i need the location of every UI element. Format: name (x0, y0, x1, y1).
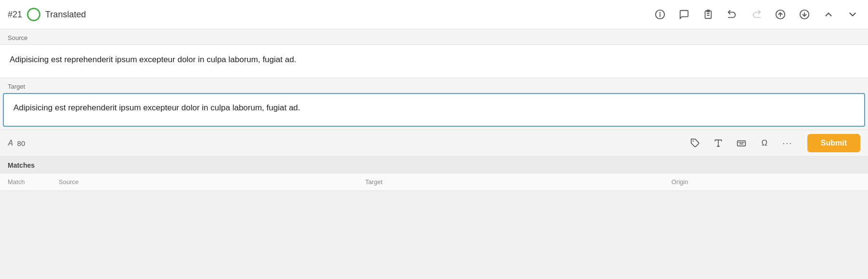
download-icon-button[interactable] (797, 7, 812, 22)
source-text: Adipisicing est reprehenderit ipsum exce… (0, 44, 868, 78)
col-header-origin: Origin (664, 173, 868, 191)
spell-word-6: dolor (181, 103, 200, 112)
special-chars-button[interactable]: Ω (756, 135, 773, 151)
status-indicator (27, 8, 40, 21)
header-left: #21 Translated (8, 8, 652, 21)
header-bar: #21 Translated (0, 0, 868, 29)
spell-word-5: excepteur (143, 103, 179, 112)
editor-toolbar: A 80 (0, 130, 868, 156)
source-label: Source (0, 29, 868, 44)
next-unit-button[interactable] (845, 7, 860, 22)
matches-section: Matches Match Source Target Origin (0, 156, 868, 191)
toolbar-right: Ω ··· Submit (687, 134, 860, 152)
tag-icon-button[interactable] (687, 135, 703, 151)
spell-word-7: culpa (210, 103, 230, 112)
redo-button[interactable] (749, 7, 764, 22)
font-icon-button[interactable] (710, 135, 726, 151)
matches-header: Matches (0, 157, 868, 173)
prev-unit-button[interactable] (821, 7, 836, 22)
char-count-icon: A (8, 139, 13, 147)
spell-word-2: est (55, 103, 66, 112)
status-label: Translated (45, 10, 86, 20)
header-actions (652, 7, 860, 22)
spell-word-8: laborum, (233, 103, 264, 112)
spell-word-9: fugiat (267, 103, 287, 112)
submit-button[interactable]: Submit (807, 134, 860, 152)
spell-word-4: ipsum (119, 103, 141, 112)
spell-word-1: Adipisicing (13, 103, 52, 112)
svg-rect-14 (737, 141, 745, 146)
char-count: 80 (17, 139, 26, 147)
target-label: Target (0, 78, 868, 93)
col-header-source: Source (51, 173, 357, 191)
keyboard-icon-button[interactable] (733, 135, 750, 151)
matches-table-header-row: Match Source Target Origin (0, 173, 868, 191)
undo-button[interactable] (725, 7, 740, 22)
upload-icon-button[interactable] (773, 7, 788, 22)
unit-number: #21 (8, 10, 22, 20)
info-icon-button[interactable] (652, 7, 668, 22)
target-input[interactable]: Adipisicing est reprehenderit ipsum exce… (3, 93, 865, 127)
col-header-target: Target (357, 173, 663, 191)
comment-icon-button[interactable] (676, 7, 692, 22)
main-content: Source Adipisicing est reprehenderit ips… (0, 29, 868, 156)
spell-word-3: reprehenderit (68, 103, 117, 112)
clipboard-icon-button[interactable] (700, 7, 716, 22)
matches-table: Match Source Target Origin (0, 173, 868, 191)
col-header-match: Match (0, 173, 51, 191)
toolbar-left: A 80 (8, 139, 687, 147)
more-options-button[interactable]: ··· (779, 135, 796, 151)
